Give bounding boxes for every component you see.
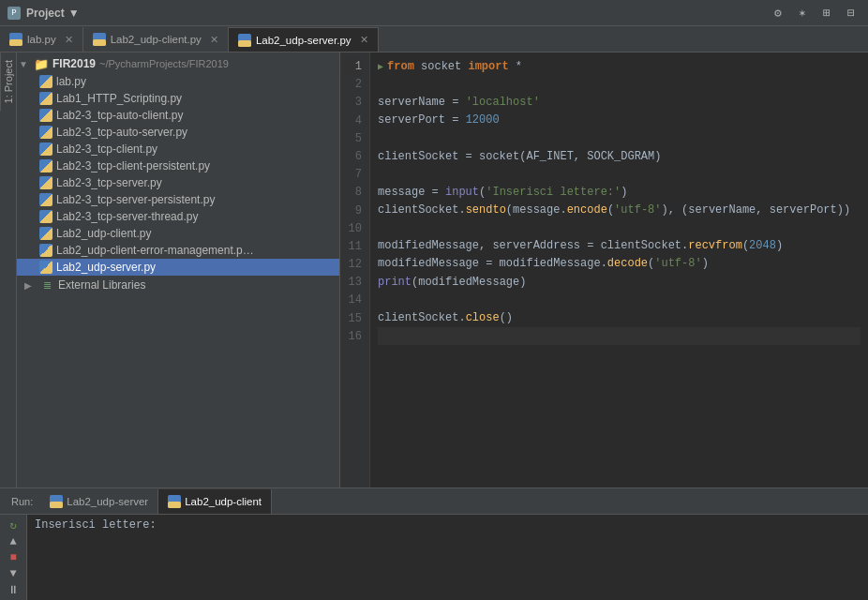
file-name: Lab2-3_tcp-server-thread.py [56,210,198,223]
python-file-icon [39,159,52,172]
library-icon: ≣ [39,278,54,292]
file-item-Lab2-udp-client-error-management-p-[interactable]: Lab2_udp-client-error-management.p… [17,242,339,259]
file-name: Lab2-3_tcp-server-persistent.py [56,193,215,206]
file-name: lab.py [56,75,86,88]
tab-close-lab[interactable]: ✕ [65,34,73,46]
code-line-10 [378,219,861,237]
python-file-icon [39,261,52,274]
app-icon: P [7,7,21,20]
token-plain: (modifiedMessage) [412,274,526,292]
file-item-Lab2-3-tcp-server-persistent-py[interactable]: Lab2-3_tcp-server-persistent.py [17,191,339,208]
token-plain: clientSocket. [378,309,466,327]
python-file-icon [39,176,52,189]
code-line-16 [378,327,861,345]
file-name: Lab2_udp-client.py [56,227,151,240]
token-fn: encode [567,202,607,219]
svg-rect-1 [9,39,22,46]
code-line-15: clientSocket.close() [378,309,861,327]
token-string: 'localhost' [466,94,540,112]
token-plain: message = [378,184,445,202]
project-title: Project [26,7,65,20]
stop-button[interactable]: ■ [4,551,22,564]
file-item-Lab2-3-tcp-auto-server-py[interactable]: Lab2-3_tcp-auto-server.py [17,124,339,141]
editor-area: 12345678910111213141516 from socket impo… [340,52,868,488]
token-string: 'Inserisci lettere:' [486,184,621,202]
file-name: Lab2-3_tcp-server.py [56,176,162,189]
token-plain: serverName = [378,94,466,112]
title-bar: P Project ▼ ⚙ ✶ ⊞ ⊟ [0,0,868,26]
expand-icon: ▼ [19,59,30,69]
token-fn: decode [607,255,648,273]
python-file-icon [39,244,52,257]
settings-button[interactable]: ⚙ [769,4,787,22]
run-controls: ↻ ▲ ■ ▼ ⏸ ⊞ [0,515,27,600]
file-item-lab-py[interactable]: lab.py [17,73,339,90]
svg-rect-3 [93,39,106,46]
external-libraries[interactable]: ▶ ≣ External Libraries [17,276,339,294]
star-button[interactable]: ✶ [793,4,812,22]
left-strip: 1: Project [0,52,17,488]
up-button[interactable]: ▲ [4,535,22,548]
project-dropdown[interactable]: ▼ [68,7,80,20]
code-line-7 [378,166,861,184]
tab-close-server[interactable]: ✕ [360,34,368,46]
token-plain: (message. [506,202,567,219]
expand-button[interactable]: ⊞ [817,4,836,22]
token-plain: ) [621,184,627,202]
code-line-12: modifiedMessage = modifiedMessage.decode… [378,255,861,273]
token-plain: socket [414,58,469,76]
code-line-11: modifiedMessage, serverAddress = clientS… [378,237,861,255]
project-root[interactable]: ▼ 📁 FIR2019 ~/PycharmProjects/FIR2019 [17,54,339,73]
file-item-Lab2-3-tcp-client-persistent-py[interactable]: Lab2-3_tcp-client-persistent.py [17,158,339,174]
tab-lab2-server[interactable]: Lab2_udp-server.py ✕ [229,27,379,52]
file-tree-items: lab.py Lab1_HTTP_Scripting.py Lab2-3_tcp… [17,73,339,276]
run-tab-client[interactable]: Lab2_udp-client [158,489,272,514]
code-content[interactable]: from socket import *serverName = 'localh… [370,52,868,488]
svg-rect-5 [238,40,251,47]
run-output: Inserisci lettere: [27,515,868,600]
file-name: Lab2-3_tcp-client.py [56,142,157,156]
python-run-icon [50,495,63,508]
file-item-Lab2-3-tcp-client-py[interactable]: Lab2-3_tcp-client.py [17,141,339,158]
token-plain: ( [479,184,486,202]
layout-button[interactable]: ⊟ [842,4,861,22]
token-fn: close [466,309,500,327]
token-builtin: input [445,184,479,202]
python-file-icon [39,126,52,139]
pause-button[interactable]: ⏸ [4,583,22,597]
python-file-icon [39,193,52,206]
code-line-4: serverPort = 12000 [378,112,861,129]
run-tab-server[interactable]: Lab2_udp-server [40,489,158,514]
file-item-Lab2-3-tcp-server-py[interactable]: Lab2-3_tcp-server.py [17,174,339,191]
rerun-button[interactable]: ↻ [4,518,22,532]
tab-close-client[interactable]: ✕ [210,34,218,46]
file-item-Lab2-3-tcp-auto-client-py[interactable]: Lab2-3_tcp-auto-client.py [17,107,339,124]
file-item-Lab2-3-tcp-server-thread-py[interactable]: Lab2-3_tcp-server-thread.py [17,208,339,225]
file-item-Lab1-HTTP-Scripting-py[interactable]: Lab1_HTTP_Scripting.py [17,90,339,107]
down-button[interactable]: ▼ [4,567,22,580]
project-sidebar: ▼ 📁 FIR2019 ~/PycharmProjects/FIR2019 la… [17,52,340,488]
python-file-icon [39,227,52,240]
token-plain: ) [776,237,783,255]
external-libraries-label: External Libraries [58,278,145,292]
file-item-Lab2-udp-client-py[interactable]: Lab2_udp-client.py [17,225,339,242]
token-number: 12000 [466,112,500,129]
token-plain: modifiedMessage, serverAddress = clientS… [378,237,688,255]
python-file-icon [39,75,52,88]
project-panel-tab[interactable]: 1: Project [0,52,16,111]
token-plain: modifiedMessage = modifiedMessage. [378,255,607,273]
code-line-3: serverName = 'localhost' [378,94,861,112]
token-fn: recvfrom [688,237,742,255]
tab-lab[interactable]: lab.py ✕ [0,27,83,52]
file-item-Lab2-udp-server-py[interactable]: Lab2_udp-server.py [17,259,339,276]
folder-icon: 📁 [34,56,49,71]
token-plain: clientSocket = socket(AF_INET, SOCK_DGRA… [378,148,661,166]
token-plain: ( [742,237,749,255]
tab-lab2-client[interactable]: Lab2_udp-client.py ✕ [83,27,229,52]
expand-icon: ▶ [24,280,36,291]
code-line-9: clientSocket.sendto(message.encode('utf-… [378,202,861,219]
python-file-icon [39,92,52,105]
token-string: 'utf-8' [614,202,661,219]
code-container: 12345678910111213141516 from socket impo… [340,52,868,488]
svg-rect-7 [50,502,63,508]
